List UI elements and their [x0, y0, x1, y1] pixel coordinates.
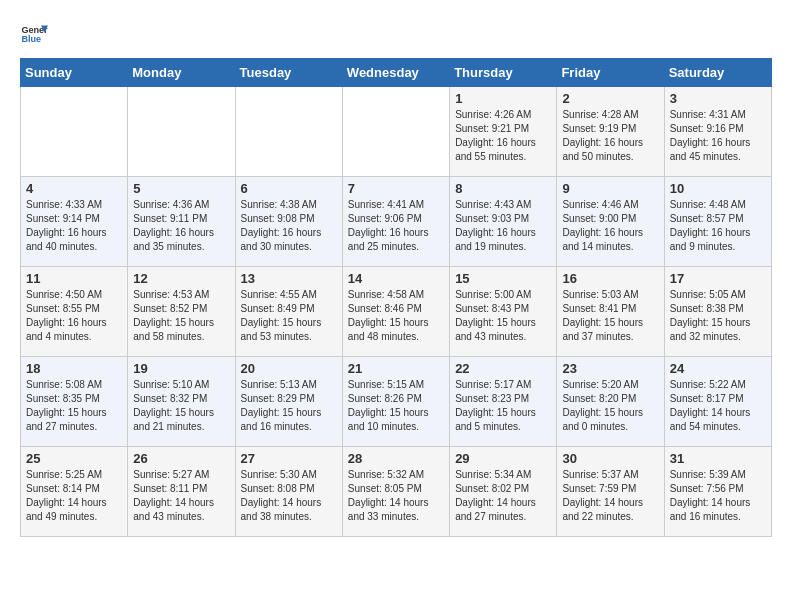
calendar-cell: 21Sunrise: 5:15 AM Sunset: 8:26 PM Dayli…	[342, 357, 449, 447]
calendar-cell: 13Sunrise: 4:55 AM Sunset: 8:49 PM Dayli…	[235, 267, 342, 357]
day-info: Sunrise: 4:48 AM Sunset: 8:57 PM Dayligh…	[670, 198, 766, 254]
day-info: Sunrise: 5:32 AM Sunset: 8:05 PM Dayligh…	[348, 468, 444, 524]
calendar-week-row: 11Sunrise: 4:50 AM Sunset: 8:55 PM Dayli…	[21, 267, 772, 357]
day-info: Sunrise: 5:05 AM Sunset: 8:38 PM Dayligh…	[670, 288, 766, 344]
day-number: 26	[133, 451, 229, 466]
day-number: 24	[670, 361, 766, 376]
day-number: 27	[241, 451, 337, 466]
day-header-tuesday: Tuesday	[235, 59, 342, 87]
day-info: Sunrise: 5:10 AM Sunset: 8:32 PM Dayligh…	[133, 378, 229, 434]
calendar-cell: 24Sunrise: 5:22 AM Sunset: 8:17 PM Dayli…	[664, 357, 771, 447]
day-info: Sunrise: 4:26 AM Sunset: 9:21 PM Dayligh…	[455, 108, 551, 164]
calendar-cell: 23Sunrise: 5:20 AM Sunset: 8:20 PM Dayli…	[557, 357, 664, 447]
day-header-wednesday: Wednesday	[342, 59, 449, 87]
day-number: 31	[670, 451, 766, 466]
calendar-cell: 29Sunrise: 5:34 AM Sunset: 8:02 PM Dayli…	[450, 447, 557, 537]
logo-icon: General Blue	[20, 20, 48, 48]
day-number: 15	[455, 271, 551, 286]
day-number: 9	[562, 181, 658, 196]
calendar-cell: 30Sunrise: 5:37 AM Sunset: 7:59 PM Dayli…	[557, 447, 664, 537]
calendar-cell: 8Sunrise: 4:43 AM Sunset: 9:03 PM Daylig…	[450, 177, 557, 267]
day-number: 6	[241, 181, 337, 196]
day-number: 18	[26, 361, 122, 376]
calendar-cell: 3Sunrise: 4:31 AM Sunset: 9:16 PM Daylig…	[664, 87, 771, 177]
day-info: Sunrise: 5:03 AM Sunset: 8:41 PM Dayligh…	[562, 288, 658, 344]
calendar-week-row: 25Sunrise: 5:25 AM Sunset: 8:14 PM Dayli…	[21, 447, 772, 537]
day-info: Sunrise: 4:50 AM Sunset: 8:55 PM Dayligh…	[26, 288, 122, 344]
calendar-week-row: 1Sunrise: 4:26 AM Sunset: 9:21 PM Daylig…	[21, 87, 772, 177]
page-header: General Blue	[20, 20, 772, 48]
day-info: Sunrise: 5:39 AM Sunset: 7:56 PM Dayligh…	[670, 468, 766, 524]
day-info: Sunrise: 5:37 AM Sunset: 7:59 PM Dayligh…	[562, 468, 658, 524]
calendar-cell: 10Sunrise: 4:48 AM Sunset: 8:57 PM Dayli…	[664, 177, 771, 267]
calendar-cell	[128, 87, 235, 177]
day-header-thursday: Thursday	[450, 59, 557, 87]
calendar-table: SundayMondayTuesdayWednesdayThursdayFrid…	[20, 58, 772, 537]
day-number: 19	[133, 361, 229, 376]
calendar-cell: 4Sunrise: 4:33 AM Sunset: 9:14 PM Daylig…	[21, 177, 128, 267]
day-info: Sunrise: 4:43 AM Sunset: 9:03 PM Dayligh…	[455, 198, 551, 254]
day-info: Sunrise: 5:00 AM Sunset: 8:43 PM Dayligh…	[455, 288, 551, 344]
calendar-cell	[342, 87, 449, 177]
day-info: Sunrise: 4:41 AM Sunset: 9:06 PM Dayligh…	[348, 198, 444, 254]
day-info: Sunrise: 4:55 AM Sunset: 8:49 PM Dayligh…	[241, 288, 337, 344]
day-info: Sunrise: 4:36 AM Sunset: 9:11 PM Dayligh…	[133, 198, 229, 254]
day-info: Sunrise: 5:13 AM Sunset: 8:29 PM Dayligh…	[241, 378, 337, 434]
calendar-cell: 18Sunrise: 5:08 AM Sunset: 8:35 PM Dayli…	[21, 357, 128, 447]
calendar-cell: 25Sunrise: 5:25 AM Sunset: 8:14 PM Dayli…	[21, 447, 128, 537]
day-info: Sunrise: 5:15 AM Sunset: 8:26 PM Dayligh…	[348, 378, 444, 434]
day-number: 22	[455, 361, 551, 376]
calendar-header-row: SundayMondayTuesdayWednesdayThursdayFrid…	[21, 59, 772, 87]
day-header-sunday: Sunday	[21, 59, 128, 87]
calendar-cell: 19Sunrise: 5:10 AM Sunset: 8:32 PM Dayli…	[128, 357, 235, 447]
calendar-week-row: 18Sunrise: 5:08 AM Sunset: 8:35 PM Dayli…	[21, 357, 772, 447]
day-info: Sunrise: 5:08 AM Sunset: 8:35 PM Dayligh…	[26, 378, 122, 434]
calendar-week-row: 4Sunrise: 4:33 AM Sunset: 9:14 PM Daylig…	[21, 177, 772, 267]
day-info: Sunrise: 4:33 AM Sunset: 9:14 PM Dayligh…	[26, 198, 122, 254]
calendar-cell: 15Sunrise: 5:00 AM Sunset: 8:43 PM Dayli…	[450, 267, 557, 357]
day-number: 28	[348, 451, 444, 466]
calendar-cell	[235, 87, 342, 177]
calendar-cell: 6Sunrise: 4:38 AM Sunset: 9:08 PM Daylig…	[235, 177, 342, 267]
day-number: 2	[562, 91, 658, 106]
day-info: Sunrise: 5:17 AM Sunset: 8:23 PM Dayligh…	[455, 378, 551, 434]
day-number: 4	[26, 181, 122, 196]
day-info: Sunrise: 5:27 AM Sunset: 8:11 PM Dayligh…	[133, 468, 229, 524]
day-number: 3	[670, 91, 766, 106]
day-number: 21	[348, 361, 444, 376]
day-info: Sunrise: 5:20 AM Sunset: 8:20 PM Dayligh…	[562, 378, 658, 434]
day-info: Sunrise: 4:53 AM Sunset: 8:52 PM Dayligh…	[133, 288, 229, 344]
day-number: 10	[670, 181, 766, 196]
day-header-friday: Friday	[557, 59, 664, 87]
day-number: 30	[562, 451, 658, 466]
calendar-cell: 16Sunrise: 5:03 AM Sunset: 8:41 PM Dayli…	[557, 267, 664, 357]
day-header-saturday: Saturday	[664, 59, 771, 87]
day-info: Sunrise: 4:28 AM Sunset: 9:19 PM Dayligh…	[562, 108, 658, 164]
day-info: Sunrise: 5:22 AM Sunset: 8:17 PM Dayligh…	[670, 378, 766, 434]
day-info: Sunrise: 5:25 AM Sunset: 8:14 PM Dayligh…	[26, 468, 122, 524]
calendar-cell: 14Sunrise: 4:58 AM Sunset: 8:46 PM Dayli…	[342, 267, 449, 357]
day-number: 17	[670, 271, 766, 286]
day-number: 13	[241, 271, 337, 286]
calendar-cell: 17Sunrise: 5:05 AM Sunset: 8:38 PM Dayli…	[664, 267, 771, 357]
day-info: Sunrise: 4:31 AM Sunset: 9:16 PM Dayligh…	[670, 108, 766, 164]
calendar-cell: 9Sunrise: 4:46 AM Sunset: 9:00 PM Daylig…	[557, 177, 664, 267]
day-number: 29	[455, 451, 551, 466]
calendar-cell: 5Sunrise: 4:36 AM Sunset: 9:11 PM Daylig…	[128, 177, 235, 267]
day-info: Sunrise: 5:30 AM Sunset: 8:08 PM Dayligh…	[241, 468, 337, 524]
calendar-cell	[21, 87, 128, 177]
day-number: 5	[133, 181, 229, 196]
calendar-cell: 28Sunrise: 5:32 AM Sunset: 8:05 PM Dayli…	[342, 447, 449, 537]
calendar-cell: 1Sunrise: 4:26 AM Sunset: 9:21 PM Daylig…	[450, 87, 557, 177]
day-info: Sunrise: 4:58 AM Sunset: 8:46 PM Dayligh…	[348, 288, 444, 344]
calendar-cell: 12Sunrise: 4:53 AM Sunset: 8:52 PM Dayli…	[128, 267, 235, 357]
day-info: Sunrise: 4:38 AM Sunset: 9:08 PM Dayligh…	[241, 198, 337, 254]
calendar-cell: 26Sunrise: 5:27 AM Sunset: 8:11 PM Dayli…	[128, 447, 235, 537]
day-number: 23	[562, 361, 658, 376]
calendar-cell: 7Sunrise: 4:41 AM Sunset: 9:06 PM Daylig…	[342, 177, 449, 267]
calendar-cell: 20Sunrise: 5:13 AM Sunset: 8:29 PM Dayli…	[235, 357, 342, 447]
day-info: Sunrise: 5:34 AM Sunset: 8:02 PM Dayligh…	[455, 468, 551, 524]
day-number: 16	[562, 271, 658, 286]
day-number: 8	[455, 181, 551, 196]
day-number: 20	[241, 361, 337, 376]
